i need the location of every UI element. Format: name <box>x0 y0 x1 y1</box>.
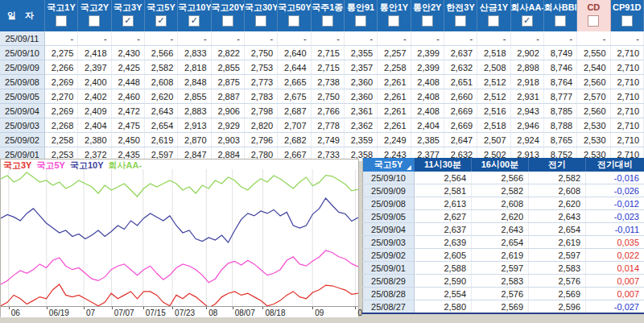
column-checkbox-14[interactable]: ✓ <box>522 15 533 27</box>
quote-1600-cell: 2,619 <box>472 249 529 262</box>
x-tick-label: 06/19 <box>49 309 69 317</box>
quote-date-cell: 25/08/27 <box>363 300 415 314</box>
yield-row: 25/09/102,2752,4182,4302,5662,8332,8222,… <box>0 46 644 60</box>
column-checkbox-12[interactable] <box>455 15 466 27</box>
column-header-8: 국주1종 <box>311 0 344 31</box>
quote-row[interactable]: 25/09/092,5812,5822,608-0,026 <box>363 184 644 197</box>
value-cell: 2,818 <box>178 60 211 75</box>
quote-row[interactable]: 25/09/082,6132,6082,620-0,012 <box>363 197 644 210</box>
column-checkbox-3[interactable]: ✓ <box>155 15 167 27</box>
quote-detail-table: 국고5Y 11시30분 16시00분 전기 전기대비 25/09/102,564… <box>362 158 644 314</box>
x-tick-label: 08/18 <box>265 309 285 317</box>
column-header-17: CP91D <box>610 0 643 31</box>
value-cell: 2,362 <box>344 118 377 133</box>
value-cell: - <box>211 31 244 46</box>
column-checkbox-5[interactable] <box>222 15 233 27</box>
column-checkbox-15[interactable] <box>555 15 566 27</box>
value-cell: 2,275 <box>44 46 77 60</box>
quote-row[interactable]: 25/09/012,5882,5972,5830,014 <box>363 262 644 275</box>
column-checkbox-10[interactable] <box>388 15 399 27</box>
value-cell: 2,855 <box>178 89 211 104</box>
column-checkbox-7[interactable] <box>288 15 299 27</box>
quote-1130-cell: 2,605 <box>415 249 472 262</box>
column-checkbox-4[interactable]: ✓ <box>188 15 200 27</box>
quote-header-change[interactable]: 전기대비 <box>586 158 644 172</box>
quote-1600-cell: 2,582 <box>472 184 529 197</box>
column-header-13: 산금1Y <box>477 0 510 31</box>
value-cell: 2,560 <box>577 104 610 118</box>
value-cell: 2,943 <box>510 104 543 118</box>
quote-row[interactable]: 25/09/032,6392,6542,6190,035 <box>363 236 644 249</box>
quote-1130-cell: 2,590 <box>415 275 472 288</box>
column-checkbox-11[interactable] <box>422 15 433 27</box>
column-checkbox-9[interactable] <box>355 15 366 27</box>
quote-row[interactable]: 25/08/272,5802,5692,596-0,027 <box>363 300 644 314</box>
value-cell: - <box>278 31 311 46</box>
column-checkbox-2[interactable]: ✓ <box>122 15 134 27</box>
date-cell: 25/09/04 <box>0 104 44 118</box>
column-label: CD <box>577 0 609 14</box>
quote-1130-cell: 2,588 <box>415 262 472 275</box>
column-checkbox-0[interactable] <box>56 15 67 27</box>
quote-header-prev[interactable]: 전기 <box>529 158 586 172</box>
yield-row: 25/09/052,2702,4022,4602,6202,8552,8872,… <box>0 89 644 104</box>
quote-date-cell: 25/09/08 <box>363 197 415 210</box>
column-label: 한전3Y <box>444 0 477 14</box>
column-checkbox-1[interactable] <box>89 15 100 27</box>
value-cell: 2,530 <box>577 133 610 147</box>
value-cell: 8,785 <box>543 104 576 118</box>
quote-1600-cell: 2,608 <box>472 197 529 210</box>
column-label: 국고5Y <box>145 0 177 14</box>
quote-row[interactable]: 25/09/022,6052,6192,5970,022 <box>363 249 644 262</box>
yield-row: 25/09/042,2692,4092,4722,6432,8832,9062,… <box>0 104 644 118</box>
column-label: 통안2Y <box>411 0 444 14</box>
column-header-7: 국고50Y <box>278 0 311 31</box>
x-tick-label: 07 <box>86 309 95 317</box>
yield-grid-header: 일 자 국고1Y국고2Y국고3Y✓국고5Y✓국고10Y✓국고20Y국고30Y국고… <box>0 0 644 31</box>
quote-row[interactable]: 25/08/282,5542,5762,5690,007 <box>363 288 644 300</box>
value-cell: 2,566 <box>144 46 177 60</box>
quote-row[interactable]: 25/09/052,6272,6202,643-0,023 <box>363 210 644 223</box>
x-tick-label: 08/07 <box>235 309 255 317</box>
value-cell: - <box>577 31 610 46</box>
value-cell: 2,710 <box>610 89 643 104</box>
x-tick-mark <box>312 307 313 309</box>
column-checkbox-13[interactable] <box>488 15 499 27</box>
value-cell: 2,738 <box>311 75 344 89</box>
value-cell: 2,400 <box>78 75 111 89</box>
quote-row[interactable]: 25/09/042,6372,6432,654-0,011 <box>363 223 644 236</box>
column-checkbox-16[interactable] <box>588 15 599 27</box>
value-cell: 2,855 <box>211 60 244 75</box>
quote-1600-cell: 2,569 <box>472 300 529 314</box>
value-cell: 2,778 <box>311 118 344 133</box>
series-국고10Y <box>1 198 358 242</box>
quote-header-1130[interactable]: 11시30분 <box>415 158 472 172</box>
value-cell: 2,258 <box>44 133 77 147</box>
quote-1600-cell: 2,620 <box>472 210 529 223</box>
series-국고5Y <box>1 251 358 284</box>
column-checkbox-17[interactable] <box>621 15 633 27</box>
column-checkbox-6[interactable] <box>255 15 266 27</box>
quote-prev-cell: 2,608 <box>529 184 586 197</box>
legend-item-corpAA: 회사AA- <box>109 160 142 170</box>
column-header-4: 국고10Y✓ <box>178 0 211 31</box>
column-checkbox-8[interactable] <box>322 15 333 27</box>
series-국고3Y <box>1 284 358 306</box>
quote-header-1600[interactable]: 16시00분 <box>472 158 529 172</box>
quote-prev-cell: 2,582 <box>529 172 586 184</box>
date-cell: 25/09/11 <box>0 31 44 46</box>
value-cell: 2,669 <box>444 118 477 133</box>
quote-row[interactable]: 25/09/102,5642,5662,582-0,016 <box>363 172 644 184</box>
quote-row[interactable]: 25/08/292,5902,5832,5760,007 <box>363 275 644 288</box>
quote-change-cell: 0,022 <box>586 249 644 262</box>
value-cell: - <box>144 31 177 46</box>
quote-header-instrument[interactable]: 국고5Y <box>363 158 415 172</box>
x-tick-mark <box>206 307 207 309</box>
column-label: 국고2Y <box>78 0 110 14</box>
value-cell: 2,924 <box>510 133 543 147</box>
value-cell: 2,946 <box>510 118 543 133</box>
value-cell: 2,261 <box>378 118 411 133</box>
date-cell: 25/09/08 <box>0 75 44 89</box>
value-cell: 2,508 <box>477 60 510 75</box>
value-cell: 2,560 <box>577 75 610 89</box>
